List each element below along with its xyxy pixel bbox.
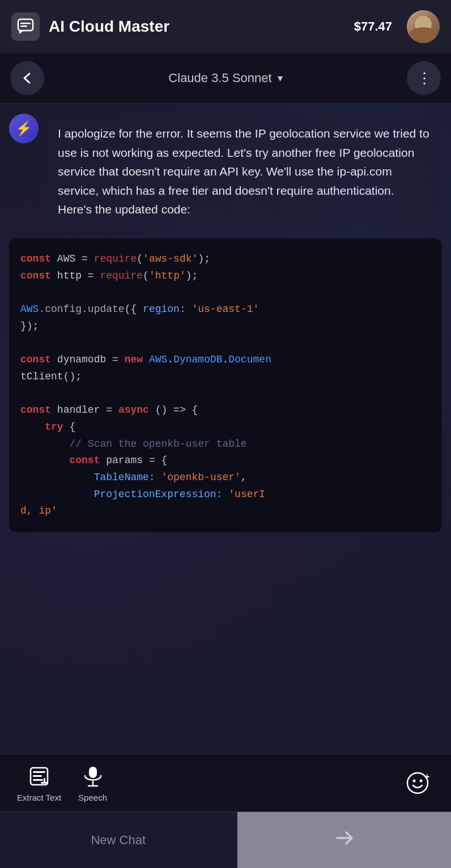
svg-point-14 (420, 779, 423, 782)
svg-rect-4 (33, 771, 45, 773)
ai-avatar (9, 114, 39, 143)
svg-rect-8 (41, 782, 48, 784)
avatar[interactable] (407, 10, 440, 43)
more-options-button[interactable]: ⋮ (407, 61, 441, 95)
back-button[interactable] (10, 61, 44, 95)
model-selector[interactable]: Claude 3.5 Sonnet ▾ (51, 71, 400, 85)
app-title: AI Cloud Master (49, 18, 345, 36)
speech-label: Speech (78, 793, 107, 802)
code-content: const AWS = require('aws-sdk'); const ht… (20, 251, 431, 520)
message-text: I apologize for the error. It seems the … (58, 124, 431, 219)
svg-rect-1 (20, 23, 31, 24)
svg-rect-9 (89, 767, 97, 778)
balance: $77.47 (354, 19, 392, 34)
extract-text-label: Extract Text (17, 793, 61, 802)
extract-text-icon (26, 763, 52, 789)
svg-rect-6 (33, 779, 43, 781)
model-name: Claude 3.5 Sonnet (168, 71, 271, 85)
message-bubble: I apologize for the error. It seems the … (46, 114, 442, 229)
chat-area: I apologize for the error. It seems the … (0, 104, 451, 754)
svg-rect-5 (33, 775, 42, 777)
nav-bar: Claude 3.5 Sonnet ▾ ⋮ (0, 53, 451, 104)
svg-text:+: + (424, 772, 429, 781)
speech-button[interactable]: Speech (78, 763, 107, 802)
send-button[interactable] (237, 812, 452, 868)
top-header: AI Cloud Master $77.47 (0, 0, 451, 53)
extract-text-button[interactable]: Extract Text (17, 763, 61, 802)
emoji-button[interactable]: + (403, 768, 434, 798)
svg-rect-2 (20, 25, 27, 27)
mic-icon (80, 763, 106, 789)
svg-rect-0 (18, 19, 33, 31)
chat-icon (11, 12, 40, 41)
chevron-down-icon: ▾ (278, 72, 283, 84)
bottom-input-row: New Chat (0, 811, 451, 868)
new-chat-button[interactable]: New Chat (0, 812, 237, 868)
message-container: I apologize for the error. It seems the … (0, 104, 451, 229)
code-block: const AWS = require('aws-sdk'); const ht… (9, 238, 442, 532)
svg-point-13 (413, 779, 416, 782)
bottom-toolbar: Extract Text Speech + (0, 754, 451, 811)
send-icon (333, 827, 355, 854)
